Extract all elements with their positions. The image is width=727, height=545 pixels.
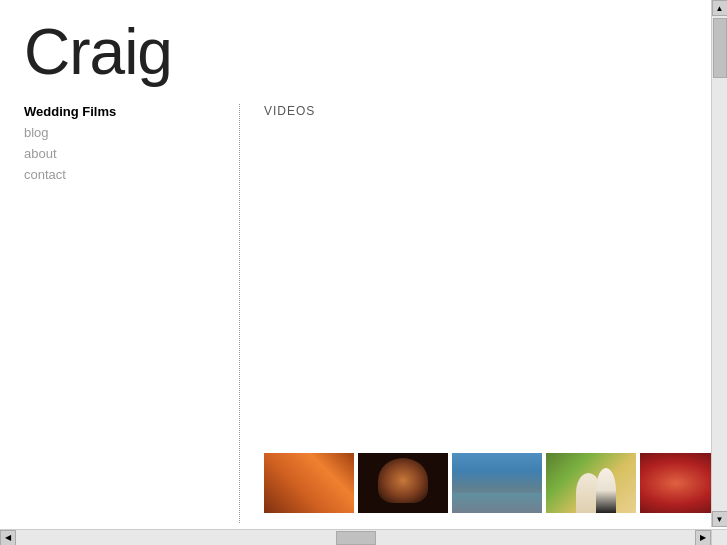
videos-label: VIDEOS	[264, 104, 687, 118]
video-thumbnail-4[interactable]	[546, 453, 636, 513]
nav-blog[interactable]: blog	[24, 125, 215, 140]
scroll-down-button[interactable]: ▼	[712, 511, 728, 527]
scrollbar-track	[712, 16, 727, 511]
scrollbar-right: ▲ ▼	[711, 0, 727, 527]
scrollbar-corner	[711, 529, 727, 545]
thumbnails-row	[264, 453, 711, 513]
main-area: VIDEOS	[240, 104, 711, 523]
content-area: Wedding Films blog about contact VIDEOS	[0, 104, 711, 523]
video-thumbnail-5[interactable]	[640, 453, 711, 513]
page-wrapper: Craig Wedding Films blog about contact V…	[0, 0, 727, 545]
main-content: Craig Wedding Films blog about contact V…	[0, 0, 711, 529]
scroll-up-button[interactable]: ▲	[712, 0, 728, 16]
nav-contact[interactable]: contact	[24, 167, 215, 182]
nav-about[interactable]: about	[24, 146, 215, 161]
scrollbar-bottom: ◀ ▶	[0, 529, 711, 545]
nav-wedding-films[interactable]: Wedding Films	[24, 104, 215, 119]
video-thumbnail-2[interactable]	[358, 453, 448, 513]
video-thumbnail-3[interactable]	[452, 453, 542, 513]
scrollbar-h-track	[16, 530, 695, 545]
scrollbar-thumb[interactable]	[713, 18, 727, 78]
video-thumbnail-1[interactable]	[264, 453, 354, 513]
scrollbar-h-thumb[interactable]	[336, 531, 376, 545]
site-title: Craig	[0, 0, 711, 104]
scroll-right-button[interactable]: ▶	[695, 530, 711, 546]
sidebar: Wedding Films blog about contact	[0, 104, 240, 523]
scroll-left-button[interactable]: ◀	[0, 530, 16, 546]
